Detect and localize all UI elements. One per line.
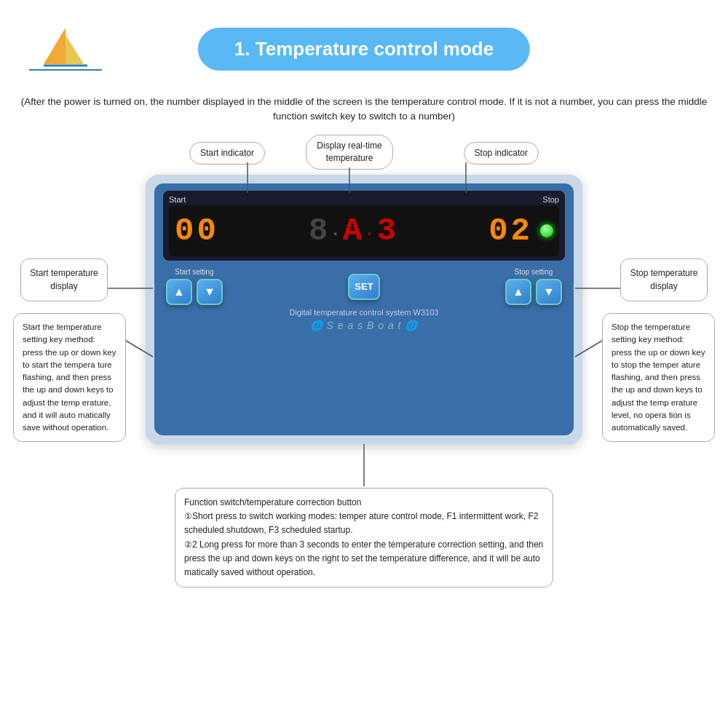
stop-setting-group: Stop setting ▲ ▼ <box>505 268 562 305</box>
stop-up-icon: ▲ <box>513 285 524 298</box>
display-labels: Start Stop <box>169 195 559 204</box>
start-setting-group: Start setting ▲ ▼ <box>166 268 223 305</box>
start-setting-callout: Start the temperature setting key method… <box>13 313 126 442</box>
device-wrapper: Start Stop 0 0 8 . A . 3 <box>146 138 582 444</box>
device-watermark: 🌐 S e a s B o a t 🌐 <box>163 320 565 331</box>
stop-digits: 0 2 <box>488 215 530 247</box>
start-digit-2: 0 <box>197 215 215 247</box>
center-digit-3: 3 <box>377 215 396 247</box>
svg-marker-0 <box>44 28 66 64</box>
stop-label: Stop <box>542 195 559 204</box>
start-setting-label: Start setting <box>175 268 213 276</box>
display-section: Start Stop 0 0 8 . A . 3 <box>163 191 565 261</box>
center-display: 8 . A . 3 <box>309 215 396 247</box>
center-dot-2: . <box>364 222 374 240</box>
center-digit-2: A <box>343 215 362 247</box>
center-digit-1: 8 <box>309 215 328 247</box>
svg-marker-1 <box>66 35 84 64</box>
device-label: Digital temperature control system W3103 <box>163 308 565 317</box>
start-label: Start <box>169 195 186 204</box>
start-temp-callout: Start temperature display <box>20 258 108 301</box>
subtitle-text: (After the power is turned on, the numbe… <box>7 95 721 124</box>
start-down-icon: ▼ <box>204 285 215 298</box>
stop-down-icon: ▼ <box>543 285 555 298</box>
set-button[interactable]: SET <box>348 274 380 300</box>
start-down-button[interactable]: ▼ <box>197 279 223 305</box>
device-inner: Start Stop 0 0 8 . A . 3 <box>154 183 574 435</box>
display-row: 0 0 8 . A . 3 0 2 <box>169 205 559 256</box>
set-button-callout: Function switch/temperature correction b… <box>175 488 553 587</box>
start-digits: 0 0 <box>175 215 216 247</box>
start-digit-1: 0 <box>175 215 194 247</box>
green-led <box>540 224 553 237</box>
set-button-group: SET <box>348 274 380 300</box>
start-button-row: ▲ ▼ <box>166 279 223 305</box>
stop-setting-label: Stop setting <box>515 268 553 276</box>
device-outer: Start Stop 0 0 8 . A . 3 <box>146 175 582 444</box>
logo <box>22 20 109 79</box>
title-badge: 1. Temperature control mode <box>198 28 530 71</box>
stop-button-row: ▲ ▼ <box>505 279 562 305</box>
stop-digit-1: 0 <box>488 215 507 247</box>
start-up-icon: ▲ <box>173 285 185 298</box>
stop-setting-callout: Stop the temperature setting key method:… <box>602 313 715 442</box>
stop-down-button[interactable]: ▼ <box>536 279 562 305</box>
stop-temp-callout: Stop temperature display <box>620 258 708 301</box>
center-dot-1: . <box>330 222 340 240</box>
stop-up-button[interactable]: ▲ <box>505 279 531 305</box>
stop-digit-2: 2 <box>511 215 530 247</box>
stop-display-group: 0 2 <box>488 215 553 247</box>
buttons-section: Start setting ▲ ▼ SET <box>163 268 565 305</box>
set-label: SET <box>355 281 373 292</box>
start-up-button[interactable]: ▲ <box>166 279 192 305</box>
title-text: 1. Temperature control mode <box>234 38 494 60</box>
